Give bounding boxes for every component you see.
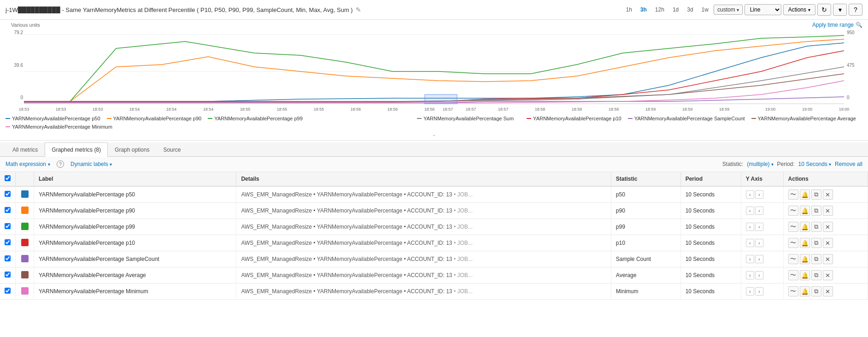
y-axis-right-icon[interactable]: › [755, 239, 763, 247]
time-12h[interactable]: 12h [652, 5, 668, 14]
edit-icon[interactable]: ✎ [356, 6, 361, 13]
remove-icon[interactable]: ✕ [823, 238, 833, 248]
tab-source[interactable]: Source [156, 142, 188, 157]
row-color-cell [16, 235, 34, 251]
legend-color-p90 [107, 118, 111, 119]
y-axis-left-icon[interactable]: ‹ [746, 287, 754, 296]
row-checkbox-2[interactable] [5, 223, 11, 229]
row-checkbox-1[interactable] [5, 207, 11, 213]
row-checkbox-5[interactable] [5, 272, 11, 278]
time-1h[interactable]: 1h [622, 5, 635, 14]
copy-icon[interactable]: ⧉ [811, 286, 821, 296]
alert-icon[interactable]: 🔔 [800, 206, 810, 216]
copy-icon[interactable]: ⧉ [811, 238, 821, 248]
select-all-checkbox[interactable] [5, 175, 11, 181]
row-checkbox-0[interactable] [5, 191, 11, 197]
graph-icon[interactable]: 〜 [788, 286, 798, 296]
row-yaxis: ‹ › [741, 186, 783, 203]
more-options-button[interactable]: ▾ [833, 4, 847, 16]
svg-text:18:58: 18:58 [535, 107, 545, 112]
th-label: Label [34, 172, 236, 186]
y-right-zero: 0 [847, 95, 865, 100]
actions-button[interactable]: Actions ▾ [783, 4, 815, 15]
legend-label-p99: YARNMemoryAvailablePercentage p99 [214, 116, 303, 121]
collapse-handle[interactable]: ⌃ [0, 133, 868, 140]
row-checkbox-6[interactable] [5, 288, 11, 294]
svg-text:18:54: 18:54 [129, 107, 140, 112]
apply-time-range-link[interactable]: Apply time range 🔍 [812, 22, 862, 28]
row-action-icons: 〜 🔔 ⧉ ✕ [788, 222, 863, 232]
tab-all-metrics[interactable]: All metrics [6, 142, 45, 157]
graph-icon[interactable]: 〜 [788, 189, 798, 200]
alert-icon[interactable]: 🔔 [800, 238, 810, 248]
y-left-mid: 39.6 [3, 63, 23, 68]
remove-icon[interactable]: ✕ [823, 222, 833, 232]
svg-text:18:58: 18:58 [609, 107, 619, 112]
row-checkbox-4[interactable] [5, 255, 11, 261]
remove-icon[interactable]: ✕ [823, 206, 833, 216]
row-color-cell [16, 186, 34, 203]
chart-wrapper: 79.2 39.6 0 [0, 30, 868, 113]
refresh-button[interactable]: ↻ [817, 4, 831, 16]
row-period: 10 Seconds [680, 251, 741, 267]
time-1d[interactable]: 1d [669, 5, 682, 14]
graph-icon[interactable]: 〜 [788, 238, 798, 248]
period-value-dropdown[interactable]: 10 Seconds ▾ [798, 161, 831, 167]
tab-graph-options[interactable]: Graph options [108, 142, 156, 157]
y-axis-left-icon[interactable]: ‹ [746, 223, 754, 231]
y-axis-left-icon[interactable]: ‹ [746, 239, 754, 247]
alert-icon[interactable]: 🔔 [800, 270, 810, 280]
remove-icon[interactable]: ✕ [823, 270, 833, 280]
svg-text:18:55: 18:55 [314, 107, 324, 112]
help-button[interactable]: ? [849, 4, 862, 16]
row-details: AWS_EMR_ManagedResize • YARNMemoryAvaila… [236, 235, 611, 251]
math-expression-dropdown[interactable]: Math expression ▾ [6, 161, 50, 167]
row-yaxis: ‹ › [741, 203, 783, 219]
svg-text:18:57: 18:57 [466, 107, 476, 112]
graph-icon[interactable]: 〜 [788, 270, 798, 280]
period-label: Period: [777, 161, 795, 167]
remove-all-button[interactable]: Remove all [835, 161, 862, 167]
y-axis-right-icon[interactable]: › [755, 255, 763, 263]
copy-icon[interactable]: ⧉ [811, 222, 821, 232]
y-axis-left-icon[interactable]: ‹ [746, 255, 754, 263]
time-1w[interactable]: 1w [698, 5, 712, 14]
chart-type-dropdown[interactable]: Line Area Bar [745, 4, 781, 15]
graph-icon[interactable]: 〜 [788, 222, 798, 232]
th-statistic: Statistic [611, 172, 680, 186]
remove-icon[interactable]: ✕ [823, 286, 833, 296]
y-axis-left-icon[interactable]: ‹ [746, 207, 754, 215]
y-axis-left-icon[interactable]: ‹ [746, 271, 754, 279]
remove-icon[interactable]: ✕ [823, 189, 833, 200]
copy-icon[interactable]: ⧉ [811, 206, 821, 216]
tab-graphed-metrics[interactable]: Graphed metrics (8) [45, 142, 108, 157]
y-axis-right-icon[interactable]: › [755, 271, 763, 279]
y-axis-right-icon[interactable]: › [755, 190, 763, 199]
time-3h[interactable]: 3h [637, 5, 650, 14]
alert-icon[interactable]: 🔔 [800, 286, 810, 296]
table-row: YARNMemoryAvailablePercentage p90 AWS_EM… [0, 203, 868, 219]
graph-icon[interactable]: 〜 [788, 206, 798, 216]
y-axis-right-icon[interactable]: › [755, 287, 763, 296]
custom-time-dropdown[interactable]: custom ▾ [714, 5, 743, 15]
alert-icon[interactable]: 🔔 [800, 254, 810, 264]
remove-icon[interactable]: ✕ [823, 254, 833, 264]
y-axis-right-icon[interactable]: › [755, 207, 763, 215]
row-checkbox-3[interactable] [5, 239, 11, 245]
copy-icon[interactable]: ⧉ [811, 189, 821, 200]
statistic-value-dropdown[interactable]: (multiple) ▾ [747, 161, 773, 167]
y-axis-left-icon[interactable]: ‹ [746, 190, 754, 199]
copy-icon[interactable]: ⧉ [811, 254, 821, 264]
row-statistic: p90 [611, 203, 680, 219]
graph-icon[interactable]: 〜 [788, 254, 798, 264]
copy-icon[interactable]: ⧉ [811, 270, 821, 280]
help-icon[interactable]: ? [57, 160, 64, 168]
dynamic-labels-dropdown[interactable]: Dynamic labels ▾ [70, 161, 112, 167]
alert-icon[interactable]: 🔔 [800, 222, 810, 232]
alert-icon[interactable]: 🔔 [800, 189, 810, 200]
time-3d[interactable]: 3d [684, 5, 696, 14]
row-label: YARNMemoryAvailablePercentage p99 [34, 219, 236, 235]
svg-text:19:00: 19:00 [765, 107, 776, 112]
y-axis-right-icon[interactable]: › [755, 223, 763, 231]
row-actions-cell: 〜 🔔 ⧉ ✕ [783, 219, 868, 235]
